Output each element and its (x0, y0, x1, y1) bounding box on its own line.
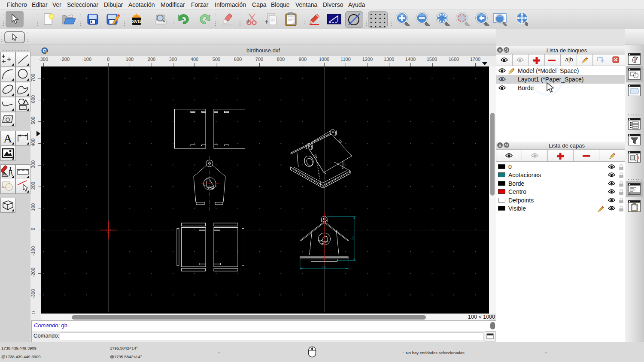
svg-text:SVG: SVG (132, 19, 141, 24)
svg-text:220: 220 (352, 236, 355, 240)
svg-text:220: 220 (322, 266, 326, 268)
svg-text:A: A (3, 132, 12, 145)
